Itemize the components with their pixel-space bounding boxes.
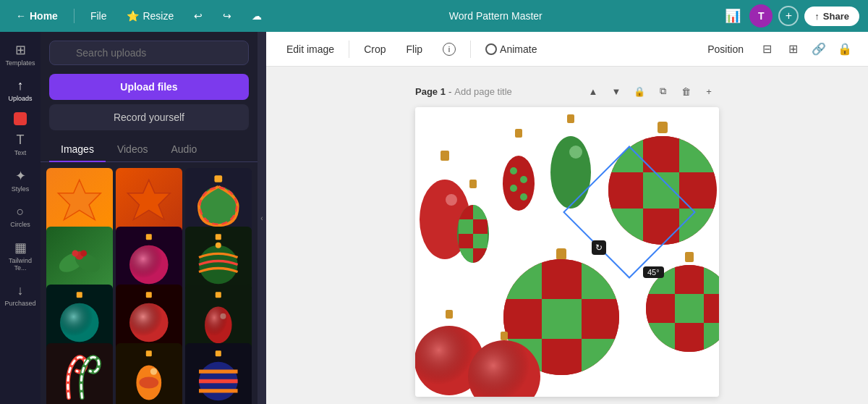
list-item[interactable] (46, 285, 113, 351)
tab-images[interactable]: Images (49, 138, 106, 162)
lock-button[interactable]: 🔒 (833, 38, 856, 61)
nav-center: Word Pattern Master (275, 10, 716, 22)
home-button[interactable]: ← Home (9, 7, 65, 25)
search-wrapper: 🔍 (49, 41, 249, 65)
tailwind-icon: ▦ (14, 240, 27, 256)
svg-marker-1 (128, 180, 171, 220)
page-delete-button[interactable]: 🗑 (676, 81, 696, 101)
page-add-button[interactable]: + (699, 81, 719, 101)
svg-point-15 (216, 242, 221, 248)
animate-icon (485, 43, 497, 55)
svg-point-91 (503, 156, 535, 211)
file-button[interactable]: File (83, 7, 114, 25)
svg-point-18 (60, 303, 99, 342)
search-input[interactable] (49, 41, 249, 65)
svg-point-93 (520, 176, 527, 183)
canvas-page-1[interactable]: 45° ↻ (415, 107, 719, 397)
add-collaborator-button[interactable]: + (778, 6, 799, 26)
link-icon: 🔗 (812, 42, 826, 56)
hide-panel-button[interactable]: ‹ (258, 32, 266, 404)
nav-divider (74, 9, 75, 23)
grid-button[interactable]: ⊞ (781, 38, 804, 61)
svg-rect-87 (567, 114, 574, 123)
svg-point-24 (205, 307, 231, 344)
list-item[interactable] (185, 285, 252, 351)
share-button[interactable]: ↑ Share (804, 7, 859, 26)
sidebar-item-styles[interactable]: ✦ Styles (3, 164, 38, 197)
list-item[interactable] (46, 168, 113, 235)
stats-button[interactable]: 📊 (722, 5, 744, 27)
sidebar-item-circles[interactable]: ○ Circles (3, 200, 38, 232)
svg-rect-10 (146, 234, 152, 240)
content-area: Edit image Crop Flip i Animate Position (266, 32, 868, 404)
svg-point-29 (140, 376, 159, 388)
grid-icon: ⊞ (788, 42, 798, 56)
color-swatch-area (14, 112, 27, 125)
svg-rect-46 (556, 248, 566, 260)
svg-rect-85 (675, 323, 704, 352)
svg-rect-22 (216, 293, 221, 298)
home-arrow-icon: ← (16, 10, 26, 22)
svg-rect-19 (146, 293, 152, 298)
sidebar-item-templates[interactable]: ⊞ Templates (3, 38, 38, 71)
tab-videos[interactable]: Videos (106, 138, 160, 162)
list-item[interactable] (116, 285, 182, 351)
redo-button[interactable]: ↪ (216, 7, 239, 25)
page-expand-button[interactable]: ▼ (606, 81, 626, 101)
tab-audio[interactable]: Audio (159, 138, 208, 162)
media-tabs: Images Videos Audio (41, 138, 258, 162)
link-button[interactable]: 🔗 (807, 38, 830, 61)
svg-rect-83 (704, 294, 719, 323)
list-item[interactable] (46, 227, 113, 293)
color-dot[interactable] (14, 112, 27, 125)
svg-rect-75 (685, 252, 694, 262)
sidebar-item-tailwind[interactable]: ▦ Tailwind Te... (3, 235, 38, 276)
page-lock-button[interactable]: 🔒 (629, 81, 650, 101)
text-icon: T (17, 132, 25, 148)
record-yourself-button[interactable]: Record yourself (49, 104, 249, 130)
edit-image-button[interactable]: Edit image (278, 39, 343, 59)
svg-point-14 (199, 245, 238, 284)
list-item[interactable] (116, 227, 182, 293)
page-1-label: Page 1 - Add page title (415, 86, 512, 97)
list-item[interactable] (46, 343, 113, 405)
share-icon: ↑ (814, 11, 820, 22)
svg-point-92 (510, 167, 517, 174)
info-button[interactable]: i (434, 38, 464, 60)
flip-button[interactable]: Flip (398, 39, 432, 59)
svg-rect-72 (473, 234, 488, 248)
sidebar-item-text[interactable]: T Text (3, 128, 38, 161)
templates-icon: ⊞ (15, 42, 26, 58)
list-item[interactable] (185, 343, 252, 405)
images-grid (41, 162, 258, 404)
svg-rect-54 (582, 299, 621, 339)
top-navigation: ← Home File ⭐ Resize ↩ ↪ ☁ Word Pattern … (0, 0, 868, 32)
sidebar-item-uploads[interactable]: ↑ Uploads (3, 74, 38, 106)
svg-rect-41 (643, 172, 679, 209)
svg-rect-52 (502, 299, 542, 339)
avatar-button[interactable]: T (749, 4, 773, 28)
resize-button[interactable]: ⭐ Resize (119, 7, 181, 25)
page-copy-button[interactable]: ⧉ (652, 81, 673, 101)
toolbar-divider-2 (470, 41, 471, 58)
page-collapse-button[interactable]: ▲ (583, 81, 603, 101)
list-item[interactable] (185, 168, 252, 235)
list-item[interactable] (116, 343, 182, 405)
list-item[interactable] (116, 168, 182, 235)
cloud-save-button[interactable]: ☁ (244, 7, 269, 25)
animate-button[interactable]: Animate (477, 39, 545, 59)
svg-point-12 (129, 245, 169, 284)
sidebar-item-purchased[interactable]: ↓ Purchased (3, 279, 38, 311)
svg-rect-16 (77, 293, 82, 298)
crop-button[interactable]: Crop (355, 39, 394, 59)
svg-rect-2 (215, 176, 223, 182)
svg-rect-82 (675, 294, 704, 323)
list-item[interactable] (185, 227, 252, 293)
undo-button[interactable]: ↩ (187, 7, 210, 25)
align-button[interactable]: ⊟ (755, 38, 778, 61)
lock-icon: 🔒 (838, 42, 852, 56)
svg-rect-90 (515, 129, 522, 138)
upload-files-button[interactable]: Upload files (49, 74, 249, 100)
position-button[interactable]: Position (699, 39, 752, 59)
uploads-panel: 🔍 Upload files Record yourself Images Vi… (41, 32, 258, 404)
